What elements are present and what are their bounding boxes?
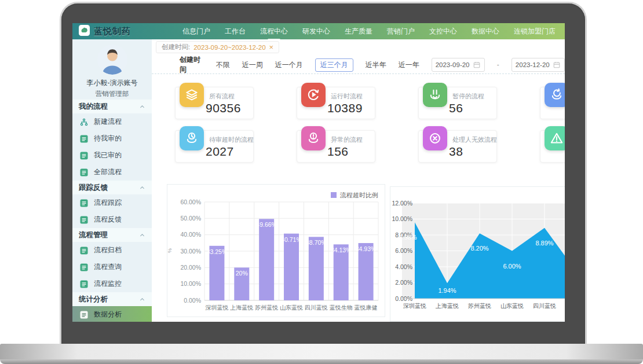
svg-text:0.00%: 0.00% — [184, 297, 201, 304]
layers-icon — [184, 87, 199, 102]
sidebar-item-新建流程[interactable]: 新建流程 — [72, 113, 152, 130]
sidebar-section-title: 我的流程 — [79, 102, 108, 112]
sidebar-item-待我审的[interactable]: 待我审的 — [72, 130, 152, 147]
avatar[interactable] — [97, 45, 127, 75]
close-icon[interactable]: × — [269, 43, 274, 51]
sidebar-item-流程反馈[interactable]: 流程反馈 — [72, 211, 152, 228]
svg-text:8.20%: 8.20% — [470, 245, 488, 252]
sidebar-item-label: 我已审的 — [94, 150, 122, 160]
sidebar-item-流程查询[interactable]: 流程查询 — [72, 259, 152, 275]
sidebar-section-title: 流程管理 — [79, 230, 108, 240]
sidebar-item-流程跟踪[interactable]: 流程跟踪 — [72, 194, 152, 211]
document-icon — [80, 247, 88, 255]
stat-card-运行时流程: 运行时流程10389 — [297, 87, 375, 119]
sidebar-menu: 我的流程新建流程待我审的我已审的全部流程跟踪反馈流程跟踪流程反馈流程管理流程归档… — [72, 100, 152, 322]
stat-card-处理人无效流程: 处理人无效流程38 — [418, 130, 497, 163]
sidebar-item-流程监控[interactable]: 流程监控 — [72, 275, 152, 292]
svg-text:4.00%: 4.00% — [395, 263, 412, 270]
stat-card-icon — [301, 83, 326, 107]
nav-item-流程中心[interactable]: 流程中心 — [260, 27, 288, 36]
document-icon — [80, 216, 88, 224]
stat-card — [540, 87, 565, 119]
filter-option-近半年[interactable]: 近半年 — [366, 60, 386, 70]
play-cycle-icon — [306, 87, 321, 102]
sidebar-section-title: 跟踪反馈 — [79, 183, 108, 193]
svg-text:30.00%: 30.00% — [180, 248, 201, 255]
calendar-icon — [553, 61, 561, 69]
top-navbar: 蓝悦制药 信息门户工作台流程中心研发中心生产质量营销门户文控中心数据中心连锁加盟… — [72, 23, 565, 39]
svg-text:12.00%: 12.00% — [392, 200, 412, 207]
sidebar-item-流程归档[interactable]: 流程归档 — [72, 242, 152, 259]
sidebar-section-title: 统计分析 — [79, 295, 108, 304]
stat-card-icon — [423, 126, 447, 150]
sidebar-item-label: 全部流程 — [94, 167, 122, 177]
svg-text:9.58%: 9.58% — [399, 234, 417, 241]
pause-tray-icon — [428, 87, 443, 102]
stat-card-text: 运行时流程10389 — [331, 87, 375, 115]
sidebar-item-label: 新建流程 — [94, 117, 122, 127]
nav-item-生产质量[interactable]: 生产质量 — [345, 27, 372, 36]
sidebar-item-全部流程[interactable]: 全部流程 — [72, 164, 152, 181]
stat-card-value: 38 — [449, 145, 496, 159]
sidebar-item-label: 流程查询 — [94, 262, 122, 272]
svg-text:38.70%: 38.70% — [306, 239, 327, 246]
stat-card-text: 处理人无效流程38 — [452, 131, 496, 159]
filter-tag: 创建时间: 2023-09-20~2023-12-20 × — [156, 41, 279, 53]
sidebar-item-label: 流程监控 — [94, 279, 122, 289]
sidebar-item-数据分析[interactable]: 数据分析 — [72, 306, 152, 322]
svg-text:四川蓝悦: 四川蓝悦 — [533, 303, 556, 309]
laptop-base-lip — [0, 359, 643, 364]
date-from-value: 2023-09-20 — [436, 61, 470, 68]
sidebar-section-我的流程[interactable]: 我的流程 — [72, 100, 152, 113]
svg-text:40.71%: 40.71% — [281, 236, 302, 243]
filter-option-近一个月[interactable]: 近一个月 — [275, 60, 303, 70]
sidebar-section-统计分析[interactable]: 统计分析 — [72, 292, 152, 306]
svg-text:流程超时比例: 流程超时比例 — [339, 192, 378, 198]
nav-item-连锁加盟门店[interactable]: 连锁加盟门店 — [514, 27, 556, 36]
filter-option-近一年[interactable]: 近一年 — [399, 60, 419, 70]
sidebar-section-跟踪反馈[interactable]: 跟踪反馈 — [72, 181, 152, 194]
document-icon — [80, 168, 88, 177]
filter-option-近三个月[interactable]: 近三个月 — [315, 58, 353, 72]
nav-item-文控中心[interactable]: 文控中心 — [429, 27, 457, 36]
svg-text:山东蓝悦: 山东蓝悦 — [280, 304, 303, 311]
chevron-up-icon — [139, 232, 145, 238]
flow-branch-icon — [80, 118, 88, 126]
svg-text:蓝悦康健: 蓝悦康健 — [355, 304, 378, 311]
calendar-icon — [473, 61, 481, 69]
svg-text:49.66%: 49.66% — [256, 221, 277, 228]
date-to-input[interactable]: 2023-12-20 — [512, 58, 565, 72]
stat-card-value: 156 — [327, 145, 375, 159]
stat-card-text: 异常的流程156 — [331, 131, 375, 159]
stat-card-icon — [301, 126, 326, 150]
filter-option-不限[interactable]: 不限 — [216, 60, 230, 70]
nav-item-信息门户[interactable]: 信息门户 — [182, 27, 210, 36]
filter-tag-label: 创建时间: — [162, 43, 190, 52]
document-icon — [80, 311, 88, 319]
date-from-input[interactable]: 2023-09-20 — [432, 58, 485, 72]
sidebar-item-我已审的[interactable]: 我已审的 — [72, 147, 152, 164]
svg-text:20%: 20% — [236, 270, 248, 277]
active-filter-tags: 创建时间: 2023-09-20~2023-12-20 × — [156, 41, 279, 53]
svg-text:6.00%: 6.00% — [395, 247, 412, 254]
chevron-up-icon — [139, 296, 145, 303]
svg-text:上海蓝悦: 上海蓝悦 — [435, 303, 459, 309]
stat-card-icon — [180, 126, 204, 150]
bar-chart: 0.00%10.00%20.00%30.00%40.00%50.00%60.00… — [167, 185, 385, 317]
nav-item-营销门户[interactable]: 营销门户 — [387, 27, 415, 36]
brand-logo[interactable]: 蓝悦制药 — [72, 25, 182, 38]
user-name: 李小毅-演示账号 — [72, 78, 152, 88]
laptop-base — [0, 344, 643, 359]
filter-options: 不限近一周近一个月近三个月近半年近一年 — [216, 58, 419, 72]
nav-item-研发中心[interactable]: 研发中心 — [302, 27, 330, 36]
filter-option-近一周[interactable]: 近一周 — [242, 60, 263, 70]
svg-text:10.00%: 10.00% — [180, 280, 201, 287]
nav-item-工作台[interactable]: 工作台 — [225, 27, 246, 36]
nav-item-数据中心[interactable]: 数据中心 — [472, 27, 499, 36]
stat-card-label: 处理人无效流程 — [452, 135, 496, 144]
stat-card-text: 待审超时的流程2027 — [209, 131, 253, 159]
user-department: 营销管理部 — [72, 90, 152, 98]
svg-text:1.94%: 1.94% — [438, 287, 456, 294]
sidebar-section-流程管理[interactable]: 流程管理 — [72, 228, 152, 242]
svg-text:50.00%: 50.00% — [180, 215, 201, 222]
